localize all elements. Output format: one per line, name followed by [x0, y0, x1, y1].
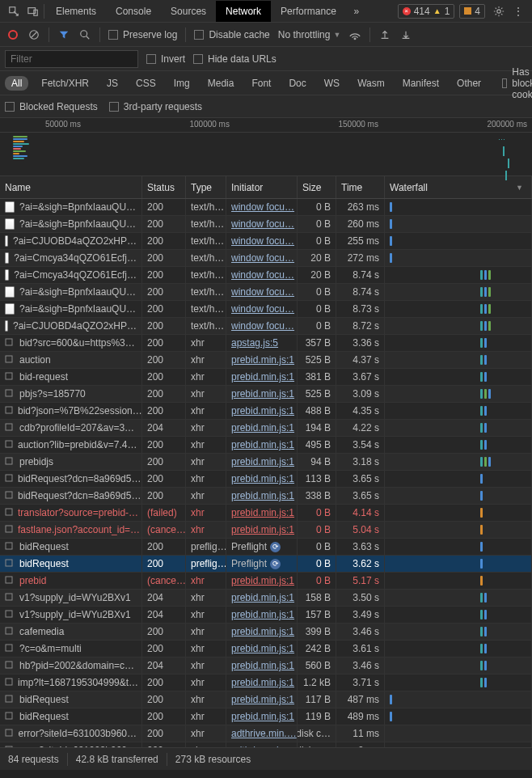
settings-icon[interactable] — [490, 2, 508, 20]
inspect-icon[interactable] — [5, 2, 23, 20]
initiator-link[interactable]: prebid.min.js:1 — [231, 524, 294, 535]
table-row[interactable]: ?ai=CJUOBD4aQZO2xHP…200text/h…window foc… — [0, 318, 532, 335]
timeline-overview[interactable]: 50000 ms100000 ms150000 ms200000 ms ⋯ — [0, 118, 532, 176]
initiator-link[interactable]: window focu… — [231, 235, 294, 247]
initiator-link[interactable]: window focu… — [231, 303, 294, 315]
type-filter-css[interactable]: CSS — [131, 76, 161, 91]
blocked-requests-checkbox[interactable]: Blocked Requests — [5, 101, 98, 112]
table-row[interactable]: bidRequest200xhrprebid.min.js:1117 B487 … — [0, 691, 532, 708]
initiator-link[interactable]: window focu… — [231, 286, 294, 298]
download-har-icon[interactable] — [399, 28, 412, 41]
has-blocked-cookies-checkbox[interactable]: Has blocked cookies — [502, 66, 532, 100]
initiator-link[interactable]: prebid.min.js:1 — [231, 592, 294, 603]
table-row[interactable]: ?ai=Cmcya34qQZO61Ecfj…200text/h…window f… — [0, 267, 532, 284]
initiator-link[interactable]: prebid.min.js:1 — [231, 609, 294, 620]
table-row[interactable]: ?ai=&sigh=BpnfxIaauQU…200text/h…window f… — [0, 301, 532, 318]
initiator-link[interactable]: prebid.min.js:1 — [231, 371, 294, 383]
table-row[interactable]: ?ai=&sigh=BpnfxIaauQU…200text/h…window f… — [0, 216, 532, 233]
table-row[interactable]: fastlane.json?account_id=…(cance…xhrpreb… — [0, 522, 532, 539]
table-row[interactable]: auction?lib=prebid&v=7.4…200xhrprebid.mi… — [0, 437, 532, 454]
filter-input[interactable] — [5, 50, 138, 68]
initiator-link[interactable]: prebid.min.js:1 — [231, 507, 294, 518]
initiator-link[interactable]: prebid.min.js:1 — [231, 490, 294, 501]
initiator-link[interactable]: prebid.min.js:1 — [231, 575, 294, 586]
col-name-header[interactable]: Name — [0, 176, 142, 198]
table-row[interactable]: hb?pid=2002&domain=c…204xhrprebid.min.js… — [0, 657, 532, 674]
network-conditions-icon[interactable] — [348, 28, 361, 41]
initiator-link[interactable]: prebid.min.js:1 — [231, 643, 294, 654]
filter-icon[interactable] — [57, 28, 70, 41]
initiator-link[interactable]: apstag.js:5 — [231, 337, 278, 349]
table-row[interactable]: prebid(cance…xhrprebid.min.js:10 B5.17 s — [0, 573, 532, 590]
table-row[interactable]: cafemedia200xhrprebid.min.js:1399 B3.46 … — [0, 624, 532, 641]
table-row[interactable]: auction200xhrprebid.min.js:1525 B4.37 s — [0, 352, 532, 369]
issues-badge[interactable]: 4 — [459, 4, 485, 19]
type-filter-img[interactable]: Img — [169, 76, 195, 91]
table-row[interactable]: bid?json=%7B%22session…200xhrprebid.min.… — [0, 403, 532, 420]
initiator-link[interactable]: window focu… — [231, 252, 294, 264]
kebab-menu-icon[interactable]: ⋮ — [509, 2, 527, 20]
upload-har-icon[interactable] — [378, 28, 391, 41]
initiator-link[interactable]: prebid.min.js:1 — [231, 677, 294, 688]
col-time-header[interactable]: Time — [336, 176, 385, 198]
clear-icon[interactable] — [27, 28, 40, 41]
type-filter-all[interactable]: All — [5, 76, 28, 91]
hide-data-urls-checkbox[interactable]: Hide data URLs — [193, 53, 277, 65]
initiator-link[interactable]: prebid.min.js:1 — [231, 439, 294, 450]
tab-elements[interactable]: Elements — [46, 1, 106, 22]
initiator-link[interactable]: adthrive.min.… — [231, 745, 297, 747]
type-filter-ws[interactable]: WS — [319, 76, 344, 91]
table-row[interactable]: ?ai=&sigh=BpnfxIaauQU…200text/h…window f… — [0, 284, 532, 301]
more-tabs-icon[interactable]: » — [348, 2, 365, 20]
initiator-link[interactable]: prebid.min.js:1 — [231, 422, 294, 433]
type-filter-doc[interactable]: Doc — [284, 76, 310, 91]
disable-cache-checkbox[interactable]: Disable cache — [194, 29, 269, 40]
type-filter-other[interactable]: Other — [452, 76, 486, 91]
initiator-link[interactable]: prebid.min.js:1 — [231, 694, 294, 705]
type-filter-manifest[interactable]: Manifest — [398, 76, 444, 91]
table-row[interactable]: imp?lt=1687195304999&t…200xhrprebid.min.… — [0, 674, 532, 691]
table-row[interactable]: v1?supply_id=WYu2BXv1204xhrprebid.min.js… — [0, 590, 532, 607]
table-row[interactable]: bidRequest200xhrprebid.min.js:1119 B489 … — [0, 708, 532, 725]
col-type-header[interactable]: Type — [186, 176, 226, 198]
table-row[interactable]: bidRequest?dcn=8a969d5…200xhrprebid.min.… — [0, 471, 532, 488]
col-status-header[interactable]: Status — [142, 176, 186, 198]
initiator-link[interactable]: window focu… — [231, 218, 294, 230]
error-warning-badge[interactable]: × 414 ▲ 1 — [398, 4, 455, 19]
table-row[interactable]: prebidjs200xhrprebid.min.js:194 B3.18 s — [0, 454, 532, 471]
tab-network[interactable]: Network — [216, 1, 271, 22]
initiator-link[interactable]: window focu… — [231, 320, 294, 332]
third-party-checkbox[interactable]: 3rd-party requests — [109, 101, 202, 112]
table-row[interactable]: error?siteId=631003b960…200xhradthrive.m… — [0, 742, 532, 747]
tab-console[interactable]: Console — [106, 1, 161, 22]
col-size-header[interactable]: Size — [298, 176, 336, 198]
type-filter-media[interactable]: Media — [203, 76, 239, 91]
table-row[interactable]: bid-request200xhrprebid.min.js:1381 B3.6… — [0, 369, 532, 386]
table-row[interactable]: ?ai=CJUOBD4aQZO2xHP…200text/h…window foc… — [0, 233, 532, 250]
record-icon[interactable] — [6, 28, 19, 41]
table-row[interactable]: cdb?profileId=207&av=3…204xhrprebid.min.… — [0, 420, 532, 437]
type-filter-font[interactable]: Font — [247, 76, 276, 91]
initiator-link[interactable]: adthrive.min.… — [231, 728, 297, 739]
initiator-link[interactable]: prebid.min.js:1 — [231, 388, 294, 400]
table-row[interactable]: error?siteId=631003b960…200xhradthrive.m… — [0, 725, 532, 742]
table-row[interactable]: bid?src=600&u=https%3…200xhrapstag.js:53… — [0, 335, 532, 352]
table-row[interactable]: translator?source=prebid-…(failed)xhrpre… — [0, 505, 532, 522]
col-waterfall-header[interactable]: Waterfall▼ — [385, 176, 532, 198]
type-filter-fetch-xhr[interactable]: Fetch/XHR — [36, 76, 94, 91]
initiator-link[interactable]: prebid.min.js:1 — [231, 711, 294, 722]
initiator-link[interactable]: prebid.min.js:1 — [231, 405, 294, 416]
table-row[interactable]: ?c=o&m=multi200xhrprebid.min.js:1242 B3.… — [0, 641, 532, 657]
col-initiator-header[interactable]: Initiator — [226, 176, 298, 198]
table-row[interactable]: ?ai=&sigh=BpnfxIaauQU…200text/h…window f… — [0, 199, 532, 216]
initiator-link[interactable]: prebid.min.js:1 — [231, 626, 294, 637]
table-row[interactable]: bidRequest?dcn=8a969d5…200xhrprebid.min.… — [0, 488, 532, 505]
table-row[interactable]: v1?supply_id=WYu2BXv1204xhrprebid.min.js… — [0, 607, 532, 624]
table-row[interactable]: pbjs?s=185770200xhrprebid.min.js:1525 B3… — [0, 386, 532, 403]
initiator-link[interactable]: window focu… — [231, 269, 294, 281]
initiator-link[interactable]: prebid.min.js:1 — [231, 456, 294, 467]
initiator-link[interactable]: prebid.min.js:1 — [231, 354, 294, 366]
initiator-link[interactable]: prebid.min.js:1 — [231, 473, 294, 484]
tab-sources[interactable]: Sources — [161, 1, 216, 22]
type-filter-wasm[interactable]: Wasm — [353, 76, 390, 91]
